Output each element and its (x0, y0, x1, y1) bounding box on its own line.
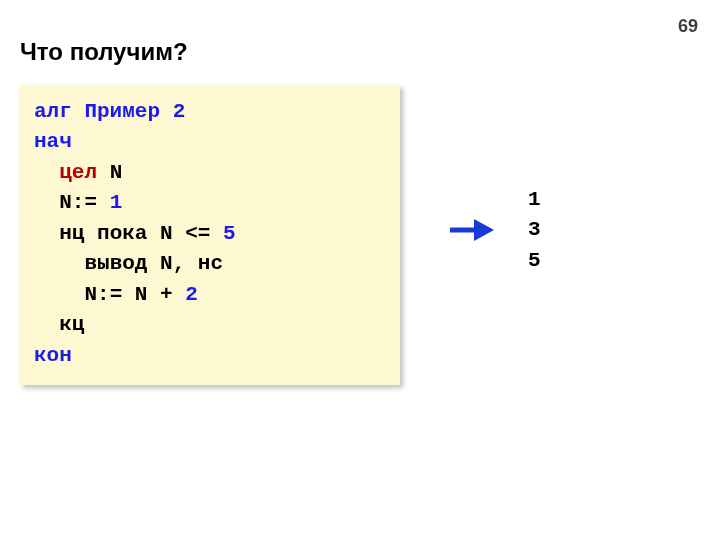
code-line-7: N:= N + 2 (34, 280, 386, 310)
output-line-3: 5 (528, 246, 541, 276)
code-line-8: кц (34, 310, 386, 340)
code-line-5: нц пока N <= 5 (34, 219, 386, 249)
loop-end: кц (59, 313, 84, 336)
print-stmt: вывод N, нс (84, 252, 223, 275)
code-line-2: нач (34, 127, 386, 157)
code-line-6: вывод N, нс (34, 249, 386, 279)
code-line-9: кон (34, 341, 386, 371)
code-line-4: N:= 1 (34, 188, 386, 218)
keyword-begin: нач (34, 130, 72, 153)
var-decl: N (97, 161, 122, 184)
keyword-end: кон (34, 344, 72, 367)
page-number: 69 (678, 16, 698, 37)
program-name: Пример 2 (72, 100, 185, 123)
literal-5: 5 (210, 222, 235, 245)
code-line-3: цел N (34, 158, 386, 188)
code-line-1: алг Пример 2 (34, 97, 386, 127)
slide-title: Что получим? (20, 38, 188, 66)
keyword-alg: алг (34, 100, 72, 123)
assign-lhs: N:= (59, 191, 97, 214)
arrow-icon (448, 215, 494, 245)
keyword-int: цел (59, 161, 97, 184)
literal-2: 2 (173, 283, 198, 306)
output-line-2: 3 (528, 215, 541, 245)
literal-1: 1 (97, 191, 122, 214)
code-block: алг Пример 2 нач цел N N:= 1 нц пока N <… (20, 85, 400, 385)
loop-header: нц пока N <= (59, 222, 210, 245)
increment-lhs: N:= N + (84, 283, 172, 306)
output-block: 1 3 5 (528, 185, 541, 276)
svg-marker-1 (474, 219, 494, 241)
output-line-1: 1 (528, 185, 541, 215)
